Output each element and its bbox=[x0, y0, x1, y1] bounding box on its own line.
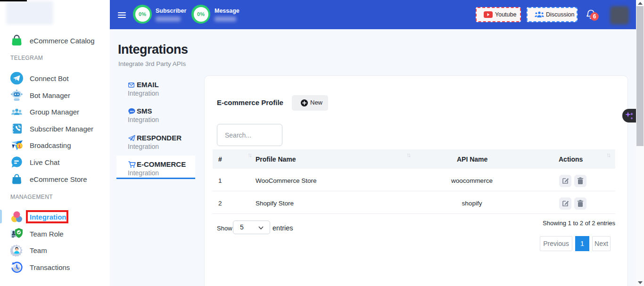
svg-text:SMS: SMS bbox=[130, 110, 134, 113]
svg-text:1: 1 bbox=[18, 143, 21, 148]
